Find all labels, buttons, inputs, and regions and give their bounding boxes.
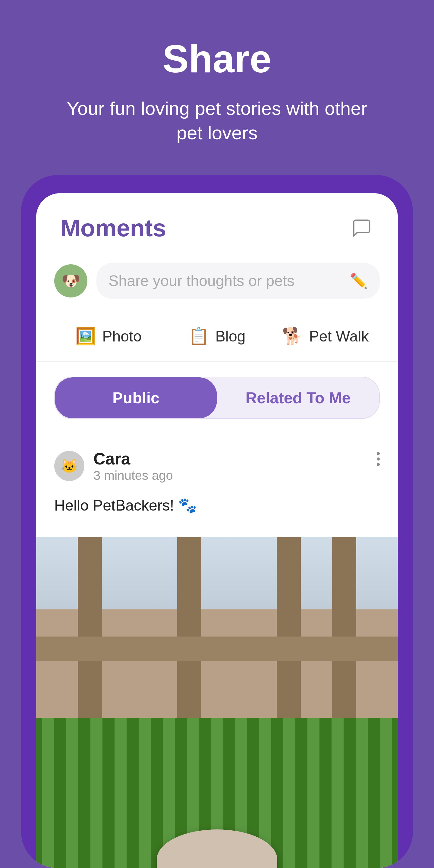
blog-icon: 📋	[188, 327, 209, 346]
search-input-wrapper[interactable]: Share your thoughts or pets ✏️	[96, 263, 380, 299]
petwalk-icon: 🐕	[282, 327, 303, 346]
post-user-details: Cara 3 minutes ago	[93, 449, 173, 483]
edit-icon: ✏️	[350, 273, 368, 289]
search-bar-container: 🐶 Share your thoughts or pets ✏️	[36, 254, 398, 311]
app-header: Moments	[36, 193, 398, 254]
hero-title: Share	[162, 36, 271, 82]
screen-content: Moments 🐶 Share your thoughts or pets ✏️	[36, 193, 398, 868]
media-type-blog[interactable]: 📋 Blog	[163, 327, 271, 346]
user-avatar: 🐶	[54, 264, 87, 298]
tab-public[interactable]: Public	[55, 377, 217, 418]
beam-right	[332, 537, 356, 718]
media-type-petwalk[interactable]: 🐕 Pet Walk	[271, 327, 380, 346]
app-title: Moments	[60, 214, 166, 242]
beam-left	[78, 537, 102, 718]
post-container: 🐱 Cara 3 minutes ago Hello PetBackers! 🐾	[36, 434, 398, 537]
more-options-button[interactable]	[377, 449, 380, 466]
petwalk-label: Pet Walk	[309, 328, 369, 345]
post-avatar: 🐱	[54, 451, 84, 481]
post-text: Hello PetBackers! 🐾	[54, 495, 380, 516]
phone-screen: Moments 🐶 Share your thoughts or pets ✏️	[36, 193, 398, 868]
beam-center-right	[277, 537, 301, 718]
post-images	[36, 537, 398, 868]
toggle-tabs: Public Related To Me	[54, 377, 380, 419]
more-dot-3	[377, 463, 380, 466]
post-user-name: Cara	[93, 449, 173, 468]
beam-center-left	[177, 537, 201, 718]
post-user-info: 🐱 Cara 3 minutes ago	[54, 449, 173, 483]
blog-label: Blog	[215, 328, 245, 345]
post-header: 🐱 Cara 3 minutes ago	[54, 449, 380, 483]
post-image-bottom	[36, 718, 398, 868]
chat-icon-button[interactable]	[350, 216, 374, 240]
more-dot-2	[377, 458, 380, 461]
media-types-bar: 🖼️ Photo 📋 Blog 🐕 Pet Walk	[36, 311, 398, 362]
hero-subtitle: Your fun loving pet stories with other p…	[51, 96, 383, 145]
photo-label: Photo	[102, 328, 142, 345]
hero-section: Share Your fun loving pet stories with o…	[0, 0, 434, 169]
beam-top	[36, 637, 398, 661]
phone-container: Moments 🐶 Share your thoughts or pets ✏️	[21, 175, 413, 868]
post-image-top	[36, 537, 398, 718]
post-time: 3 minutes ago	[93, 468, 173, 483]
tab-related-to-me[interactable]: Related To Me	[217, 377, 379, 418]
more-dot-1	[377, 452, 380, 455]
photo-icon: 🖼️	[75, 327, 96, 346]
search-placeholder-text: Share your thoughts or pets	[108, 272, 294, 290]
media-type-photo[interactable]: 🖼️ Photo	[54, 327, 163, 346]
